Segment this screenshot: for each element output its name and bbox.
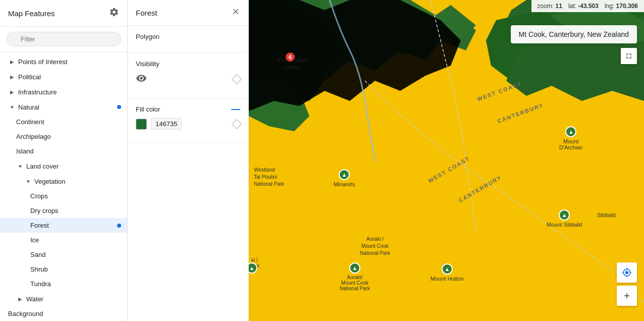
sidebar-item-points-of-interest[interactable]: ▶ Points of Interest bbox=[0, 54, 127, 69]
location-label: Mt Cook, Canterbury, New Zealand bbox=[511, 25, 637, 43]
sidebar-item-vegetation[interactable]: ▼ Vegetation bbox=[0, 174, 127, 189]
lng-display: lng: 170.306 bbox=[605, 3, 638, 10]
filter-container bbox=[0, 27, 127, 52]
sidebar-item-sand[interactable]: Sand bbox=[0, 247, 127, 262]
chevron-right-icon: ▶ bbox=[8, 88, 16, 96]
visibility-label: Visibility bbox=[136, 60, 240, 68]
map-info-bar: zoom: 11 lat: -43.503 lng: 170.306 bbox=[531, 0, 645, 12]
sidebar: Map Features ▶ Points of Interest ▶ Poli… bbox=[0, 0, 128, 321]
minus-icon[interactable] bbox=[231, 109, 240, 110]
sidebar-item-background[interactable]: Background bbox=[0, 306, 127, 321]
sidebar-item-infrastructure[interactable]: ▶ Infrastructure bbox=[0, 84, 127, 99]
sidebar-item-crops[interactable]: Crops bbox=[0, 189, 127, 203]
sidebar-item-continent[interactable]: Continent bbox=[0, 115, 127, 129]
sidebar-item-archipelago[interactable]: Archipelago bbox=[0, 129, 127, 144]
fill-color-swatch-group: 146735 bbox=[136, 118, 182, 130]
color-swatch[interactable] bbox=[136, 119, 147, 130]
sidebar-item-dry-crops[interactable]: Dry crops bbox=[0, 203, 127, 218]
chevron-down-icon: ▼ bbox=[8, 103, 16, 111]
sidebar-header: Map Features bbox=[0, 0, 127, 27]
zoom-label: zoom: 11 bbox=[538, 3, 562, 10]
fill-color-label: Fill color bbox=[136, 105, 160, 113]
sidebar-item-natural[interactable]: ▼ Natural bbox=[0, 99, 127, 115]
sidebar-item-tundra[interactable]: Tundra bbox=[0, 277, 127, 291]
sidebar-item-ice[interactable]: Ice bbox=[0, 233, 127, 247]
sidebar-item-political[interactable]: ▶ Political bbox=[0, 69, 127, 84]
map-area[interactable]: zoom: 11 lat: -43.503 lng: 170.306 Mt Co… bbox=[249, 0, 644, 321]
active-dot bbox=[117, 105, 121, 109]
sidebar-item-water[interactable]: ▶ Water bbox=[0, 291, 127, 306]
active-dot bbox=[117, 224, 121, 228]
panel-title: Forest bbox=[136, 9, 157, 17]
lat-display: lat: -43.503 bbox=[568, 3, 599, 10]
close-icon[interactable] bbox=[231, 7, 240, 18]
zoom-in-button[interactable] bbox=[617, 286, 637, 306]
panel-visibility-section: Visibility bbox=[128, 53, 248, 98]
chevron-down-icon: ▼ bbox=[24, 177, 32, 185]
panel-header: Forest bbox=[128, 0, 248, 26]
sidebar-item-land-cover[interactable]: ▼ Land cover bbox=[0, 158, 127, 174]
fill-color-value-row: 146735 bbox=[136, 118, 240, 130]
filter-input[interactable] bbox=[6, 32, 121, 46]
chevron-right-icon: ▶ bbox=[8, 58, 16, 66]
fullscreen-button[interactable] bbox=[621, 48, 637, 64]
chevron-right-icon: ▶ bbox=[16, 295, 24, 303]
visibility-row bbox=[136, 73, 240, 86]
chevron-right-icon: ▶ bbox=[8, 73, 16, 81]
my-location-button[interactable] bbox=[617, 262, 637, 283]
color-hex-input[interactable]: 146735 bbox=[151, 118, 182, 130]
diamond-icon[interactable] bbox=[232, 74, 242, 84]
polygon-label: Polygon bbox=[136, 33, 240, 40]
diamond-icon[interactable] bbox=[232, 119, 242, 129]
nav-tree: ▶ Points of Interest ▶ Political ▶ Infra… bbox=[0, 52, 127, 321]
sidebar-item-island[interactable]: Island bbox=[0, 144, 127, 158]
chevron-down-icon: ▼ bbox=[16, 162, 24, 170]
panel-fill-color-section: Fill color 146735 bbox=[128, 98, 248, 142]
sidebar-title: Map Features bbox=[8, 9, 55, 18]
fill-color-header-row: Fill color bbox=[136, 105, 240, 113]
eye-icon[interactable] bbox=[136, 73, 147, 86]
detail-panel: Forest Polygon Visibility Fill color 146… bbox=[128, 0, 249, 321]
sidebar-item-shrub[interactable]: Shrub bbox=[0, 262, 127, 277]
panel-polygon-section: Polygon bbox=[128, 26, 248, 53]
gear-icon[interactable] bbox=[109, 7, 119, 19]
sidebar-item-forest[interactable]: Forest bbox=[0, 218, 127, 233]
